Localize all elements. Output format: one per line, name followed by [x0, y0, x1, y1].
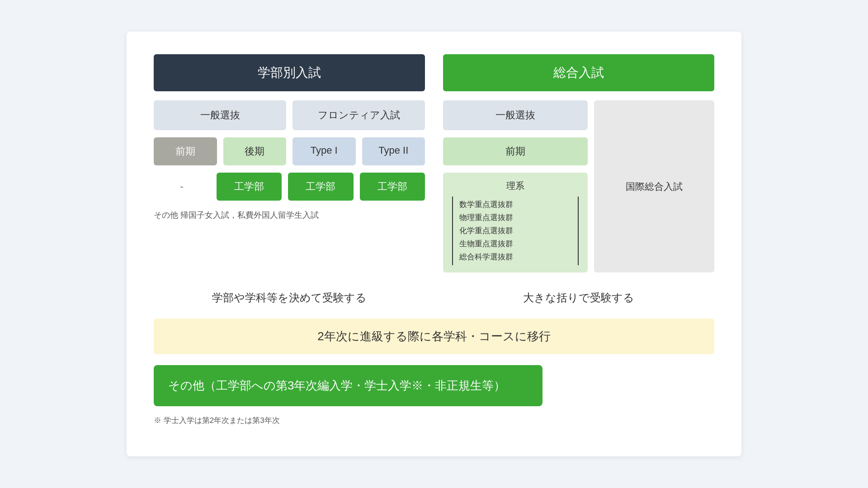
desc-right: 大きな括りで受験する [443, 291, 714, 305]
footnote: ※ 学士入学は第2年次または第3年次 [154, 415, 714, 426]
dept-koki: 工学部 [217, 173, 282, 201]
science-title: 理系 [452, 180, 579, 192]
main-columns: 学部別入試 一般選抜 フロンティア入試 前期 後期 Type I Type II… [154, 54, 714, 272]
science-item-4: 総合科学選抜群 [459, 251, 571, 264]
right-science-box: 理系 数学重点選抜群 物理重点選抜群 化学重点選抜群 生物重点選抜群 総合科学選… [443, 173, 588, 272]
dept-type1: 工学部 [288, 173, 354, 201]
left-sub-header-row: 一般選抜 フロンティア入試 [154, 100, 425, 130]
left-column: 学部別入試 一般選抜 フロンティア入試 前期 後期 Type I Type II… [154, 54, 425, 272]
left-type-row: 前期 後期 Type I Type II [154, 137, 425, 165]
right-period: 前期 [443, 137, 588, 165]
yellow-banner: 2年次に進級する際に各学科・コースに移行 [154, 319, 714, 354]
type-koki: 後期 [223, 137, 287, 165]
left-dept-row: - 工学部 工学部 工学部 [154, 173, 425, 201]
science-item-1: 物理重点選抜群 [459, 211, 571, 225]
type-zenki: 前期 [154, 137, 217, 165]
right-ippan-sentaku: 一般選抜 [443, 100, 588, 130]
dept-type2: 工学部 [360, 173, 425, 201]
science-item-0: 数学重点選抜群 [459, 198, 571, 211]
right-main-row: 一般選抜 前期 理系 数学重点選抜群 物理重点選抜群 化学重点選抜群 生物重点選… [443, 100, 714, 272]
sub-frontier: フロンティア入試 [292, 100, 425, 130]
type-2: Type II [362, 137, 425, 165]
right-header: 総合入試 [443, 54, 714, 91]
type-1: Type I [292, 137, 356, 165]
dept-dash: - [154, 181, 210, 192]
science-item-3: 生物重点選抜群 [459, 238, 571, 251]
science-list: 数学重点選抜群 物理重点選抜群 化学重点選抜群 生物重点選抜群 総合科学選抜群 [452, 197, 579, 265]
right-intl-box: 国際総合入試 [594, 100, 714, 272]
green-banner: その他（工学部への第3年次編入学・学士入学※・非正規生等） [154, 365, 542, 406]
left-note: その他 帰国子女入試，私費外国人留学生入試 [154, 210, 425, 221]
right-left-sub: 一般選抜 前期 理系 数学重点選抜群 物理重点選抜群 化学重点選抜群 生物重点選… [443, 100, 588, 272]
desc-row: 学部や学科等を決めて受験する 大きな括りで受験する [154, 291, 714, 305]
desc-left: 学部や学科等を決めて受験する [154, 291, 425, 305]
main-card: 学部別入試 一般選抜 フロンティア入試 前期 後期 Type I Type II… [127, 32, 741, 456]
right-intl-col: 国際総合入試 [594, 100, 714, 272]
right-column: 総合入試 一般選抜 前期 理系 数学重点選抜群 物理重点選抜群 化学重点選抜群 … [443, 54, 714, 272]
science-item-2: 化学重点選抜群 [459, 225, 571, 238]
left-header: 学部別入試 [154, 54, 425, 91]
sub-ippan-sentaku: 一般選抜 [154, 100, 286, 130]
